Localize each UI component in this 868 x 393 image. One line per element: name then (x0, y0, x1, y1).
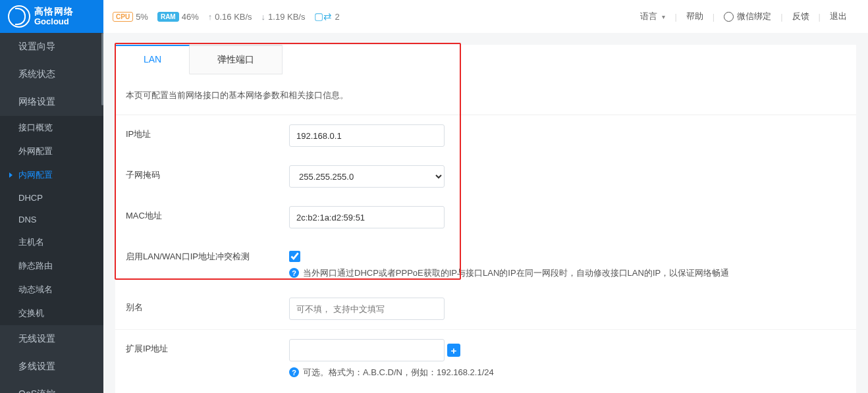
hint-ext-ip: ? 可选。格式为：A.B.C.D/N，例如：192.168.2.1/24 (289, 367, 846, 379)
main-layout: 设置向导 系统状态 网络设置 接口概览 外网配置 内网配置 DHCP DNS 主… (0, 33, 868, 393)
upload-icon: ↑ (208, 12, 213, 22)
tabs: LAN 弹性端口 (115, 45, 856, 75)
feedback-link[interactable]: 反馈 (783, 11, 819, 22)
row-alias: 别名 (115, 288, 856, 329)
checkbox-conflict-detect[interactable] (289, 251, 300, 262)
row-ext-ip: 扩展IP地址 + ? 可选。格式为：A.B.C.D/N，例如：192.168.2… (115, 329, 856, 388)
upload-value: 0.16 KB/s (215, 12, 252, 22)
sidebar-item-dns[interactable]: DNS (0, 209, 103, 230)
connections-icon: ▢⇄ (314, 11, 332, 22)
language-label: 语言 (640, 11, 657, 22)
sidebar-item-ddns[interactable]: 动态域名 (0, 278, 103, 301)
ram-value: 46% (182, 12, 199, 22)
logout-link[interactable]: 退出 (821, 11, 856, 22)
sidebar-item-setup-wizard[interactable]: 设置向导 (0, 33, 103, 61)
sidebar-item-wan-config[interactable]: 外网配置 (0, 140, 103, 163)
row-subnet: 子网掩码 255.255.255.0 (115, 156, 856, 197)
row-conflict: 启用LAN/WAN口IP地址冲突检测 ? 当外网口通过DHCP或者PPPoE获取… (115, 238, 856, 288)
cpu-stat: CPU 5% (113, 12, 148, 22)
cpu-value: 5% (136, 12, 148, 22)
input-ext-ip[interactable] (289, 339, 445, 361)
sidebar-group-network: 接口概览 外网配置 内网配置 DHCP DNS 主机名 静态路由 动态域名 交换… (0, 116, 103, 325)
wechat-icon (724, 12, 734, 22)
sidebar-item-system-status[interactable]: 系统状态 (0, 61, 103, 88)
cpu-icon: CPU (113, 12, 133, 22)
chevron-down-icon: ▾ (662, 13, 665, 20)
wechat-bind-link[interactable]: 微信绑定 (715, 11, 780, 22)
hint-conflict: ? 当外网口通过DHCP或者PPPoE获取的IP与接口LAN的IP在同一网段时，… (289, 267, 846, 279)
sidebar-item-network-settings[interactable]: 网络设置 (0, 88, 103, 116)
sidebar-item-hostname[interactable]: 主机名 (0, 230, 103, 254)
sidebar[interactable]: 设置向导 系统状态 网络设置 接口概览 外网配置 内网配置 DHCP DNS 主… (0, 33, 103, 393)
brand-en: Gocloud (34, 17, 74, 26)
download-value: 1.19 KB/s (268, 12, 305, 22)
ram-stat: RAM 46% (157, 12, 199, 22)
connections-stat: ▢⇄ 2 (314, 11, 339, 22)
label-subnet: 子网掩码 (126, 165, 289, 181)
sidebar-item-qos[interactable]: QoS流控 (0, 380, 103, 393)
brand-icon (8, 5, 30, 28)
label-ext-ip: 扩展IP地址 (126, 339, 289, 355)
sidebar-item-interface-overview[interactable]: 接口概览 (0, 116, 103, 140)
footer-buttons: 清除 保存&应用 (115, 388, 856, 393)
tab-lan[interactable]: LAN (115, 45, 190, 74)
brand-logo[interactable]: 高恪网络 Gocloud (0, 0, 103, 33)
sidebar-item-static-route[interactable]: 静态路由 (0, 254, 103, 278)
connections-value: 2 (335, 12, 339, 22)
brand-text: 高恪网络 Gocloud (34, 7, 74, 26)
hint-conflict-text: 当外网口通过DHCP或者PPPoE获取的IP与接口LAN的IP在同一网段时，自动… (303, 267, 729, 279)
input-alias[interactable] (289, 298, 445, 320)
label-mac: MAC地址 (126, 206, 289, 222)
upload-stat: ↑ 0.16 KB/s (208, 12, 252, 22)
sidebar-item-switch[interactable]: 交换机 (0, 301, 103, 325)
label-alias: 别名 (126, 298, 289, 313)
sidebar-item-wireless[interactable]: 无线设置 (0, 325, 103, 353)
content-area: LAN 弹性端口 本页可配置当前网络接口的基本网络参数和相关接口信息。 IP地址… (103, 33, 868, 393)
config-panel: LAN 弹性端口 本页可配置当前网络接口的基本网络参数和相关接口信息。 IP地址… (115, 45, 856, 393)
download-icon: ↓ (261, 12, 266, 22)
sidebar-item-multiline[interactable]: 多线设置 (0, 353, 103, 380)
header-right-nav: 语言 ▾ | 帮助 | 微信绑定 | 反馈 | 退出 (631, 11, 856, 22)
tab-elastic-port[interactable]: 弹性端口 (190, 45, 283, 74)
select-subnet-mask[interactable]: 255.255.255.0 (289, 165, 445, 188)
hint-ext-ip-text: 可选。格式为：A.B.C.D/N，例如：192.168.2.1/24 (303, 367, 494, 379)
ram-icon: RAM (157, 12, 179, 22)
info-icon: ? (289, 367, 299, 377)
help-link[interactable]: 帮助 (677, 11, 713, 22)
info-icon: ? (289, 268, 299, 278)
top-header: 高恪网络 Gocloud CPU 5% RAM 46% ↑ 0.16 KB/s … (0, 0, 868, 33)
input-ip-address[interactable] (289, 124, 445, 147)
header-stats: CPU 5% RAM 46% ↑ 0.16 KB/s ↓ 1.19 KB/s ▢… (103, 11, 340, 22)
panel-description: 本页可配置当前网络接口的基本网络参数和相关接口信息。 (115, 75, 856, 115)
language-dropdown[interactable]: 语言 ▾ (631, 11, 674, 22)
row-mac: MAC地址 (115, 197, 856, 238)
sidebar-item-dhcp[interactable]: DHCP (0, 187, 103, 209)
sidebar-item-lan-config[interactable]: 内网配置 (0, 163, 103, 187)
download-stat: ↓ 1.19 KB/s (261, 12, 306, 22)
add-ext-ip-button[interactable]: + (447, 344, 460, 357)
label-conflict-detect: 启用LAN/WAN口IP地址冲突检测 (126, 247, 289, 263)
label-ip: IP地址 (126, 124, 289, 140)
brand-zh: 高恪网络 (34, 7, 74, 16)
input-mac-address[interactable] (289, 206, 445, 228)
wechat-bind-label: 微信绑定 (737, 11, 771, 22)
row-ip: IP地址 (115, 115, 856, 156)
